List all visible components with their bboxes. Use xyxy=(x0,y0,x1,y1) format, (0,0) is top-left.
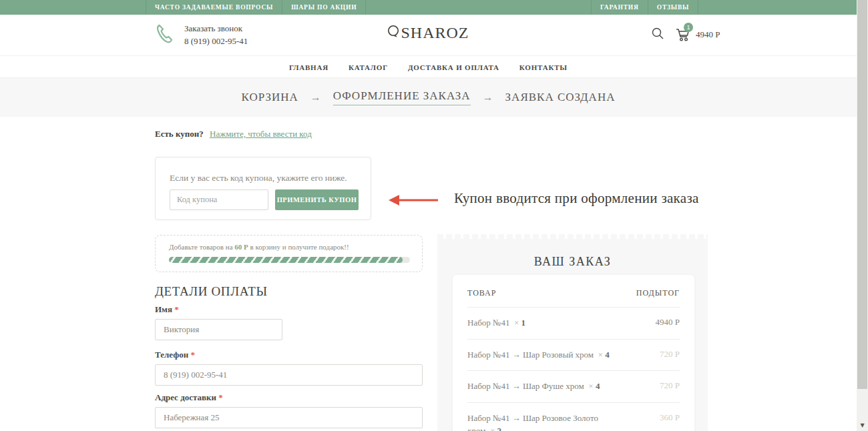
order-item-price: 360 Р xyxy=(660,412,680,423)
top-bar: ЧАСТО ЗАДАВАЕМЫЕ ВОПРОСЫ ШАРЫ ПО АКЦИИ Г… xyxy=(0,0,857,15)
logo-text: SHAROZ xyxy=(401,24,469,41)
topbar-right-links: ГАРАНТИЯ ОТЗЫВЫ xyxy=(591,0,698,15)
scrollbar-thumb[interactable] xyxy=(857,0,867,389)
order-item-row: Набор №41 × 14940 Р xyxy=(467,308,680,340)
phone-label-text: Телефон xyxy=(155,350,188,360)
coupon-code-input[interactable] xyxy=(170,189,268,210)
cart-button[interactable]: 1 4940 Р xyxy=(675,27,720,42)
gift-text-after: в корзину и получите подарок!! xyxy=(248,243,349,251)
site-header: Заказать звонок 8 (919) 002-95-41 SHAROZ xyxy=(0,15,857,56)
apply-coupon-button[interactable]: ПРИМЕНИТЬ КУПОН xyxy=(275,189,359,210)
name-field-label: Имя * xyxy=(155,304,179,315)
address-field-label: Адрес доставки * xyxy=(155,392,223,403)
order-item-row: Набор №41 → Шар Розовый хром × 4720 Р xyxy=(467,340,680,372)
address-label-text: Адрес доставки xyxy=(155,392,216,402)
name-field[interactable] xyxy=(155,319,282,340)
order-item-price: 720 Р xyxy=(660,348,680,360)
annotation-text: Купон вводится при оформлении заказа xyxy=(454,190,699,207)
balloon-icon xyxy=(387,25,400,41)
step-arrow-icon: → xyxy=(310,91,321,103)
gift-progress-fill xyxy=(169,257,403,263)
coupon-prompt-question: Есть купон? xyxy=(155,129,204,139)
phone-field[interactable] xyxy=(155,364,423,386)
order-items: Набор №41 × 14940 РНабор №41 → Шар Розов… xyxy=(467,308,680,431)
order-panel-scalloped-edge xyxy=(437,234,708,239)
order-table-header: ТОВАР ПОДЫТОГ xyxy=(467,275,680,308)
required-asterisk: * xyxy=(190,350,195,360)
search-icon[interactable] xyxy=(651,27,664,43)
order-item-row: Набор №41 → Шар Фуше хром × 4720 Р xyxy=(467,371,680,403)
cart-total: 4940 Р xyxy=(696,29,720,40)
gift-amount: 60 Р xyxy=(234,243,248,251)
nav-item-delivery[interactable]: ДОСТАВКА И ОПЛАТА xyxy=(408,63,499,71)
gift-progress-track xyxy=(169,257,410,263)
logo[interactable]: SHAROZ xyxy=(0,24,857,42)
column-product: ТОВАР xyxy=(467,288,496,298)
required-asterisk: * xyxy=(174,304,179,314)
order-item-name: Набор №41 → Шар Фуше хром × 4 xyxy=(467,380,620,393)
coupon-toggle-link[interactable]: Нажмите, чтобы ввести код xyxy=(210,129,312,139)
order-item-name: Набор №41 → Шар Розовый хром × 4 xyxy=(467,348,620,362)
page-scrollbar[interactable]: ▼ xyxy=(857,0,868,431)
phone-field-label: Телефон * xyxy=(155,350,195,360)
name-label-text: Имя xyxy=(155,304,172,314)
step-order-created: ЗАЯВКА СОЗДАНА xyxy=(505,91,616,104)
step-checkout-current[interactable]: ОФОРМЛЕНИЕ ЗАКАЗА xyxy=(333,89,471,105)
annotation-arrow-icon xyxy=(387,194,439,209)
checkout-page: ЧАСТО ЗАДАВАЕМЫЕ ВОПРОСЫ ШАРЫ ПО АКЦИИ Г… xyxy=(0,0,868,431)
gift-progress-box: Добавьте товаров на 60 Р в корзину и пол… xyxy=(155,235,423,272)
topbar-link-reviews[interactable]: ОТЗЫВЫ xyxy=(648,0,699,15)
topbar-left-links: ЧАСТО ЗАДАВАЕМЫЕ ВОПРОСЫ ШАРЫ ПО АКЦИИ xyxy=(146,0,366,15)
required-asterisk: * xyxy=(218,392,223,402)
nav-item-home[interactable]: ГЛАВНАЯ xyxy=(289,63,329,71)
order-summary-title: ВАШ ЗАКАЗ xyxy=(437,255,708,269)
gift-text-before: Добавьте товаров на xyxy=(169,243,234,251)
topbar-link-sale-balloons[interactable]: ШАРЫ ПО АКЦИИ xyxy=(282,0,366,15)
coupon-form: Если у вас есть код купона, укажите его … xyxy=(155,157,371,220)
order-item-price: 720 Р xyxy=(660,380,680,391)
billing-details-title: ДЕТАЛИ ОПЛАТЫ xyxy=(155,284,268,299)
gift-progress-text: Добавьте товаров на 60 Р в корзину и пол… xyxy=(169,243,349,251)
checkout-steps: КОРЗИНА → ОФОРМЛЕНИЕ ЗАКАЗА → ЗАЯВКА СОЗ… xyxy=(0,78,857,117)
column-subtotal: ПОДЫТОГ xyxy=(636,288,680,298)
order-item-name: Набор №41 × 1 xyxy=(467,316,620,330)
step-arrow-icon: → xyxy=(483,91,493,103)
nav-item-catalog[interactable]: КАТАЛОГ xyxy=(349,63,388,71)
order-item-name: Набор №41 → Шар Розовое Золото хром × 2 xyxy=(467,412,620,431)
topbar-link-warranty[interactable]: ГАРАНТИЯ xyxy=(591,0,648,15)
header-actions: 1 4940 Р xyxy=(651,27,720,43)
nav-item-contacts[interactable]: КОНТАКТЫ xyxy=(519,63,568,71)
order-item-price: 4940 Р xyxy=(656,316,680,328)
coupon-prompt: Есть купон? Нажмите, чтобы ввести код xyxy=(155,129,312,139)
scrollbar-down-arrow[interactable]: ▼ xyxy=(857,420,868,430)
address-field[interactable] xyxy=(155,407,423,428)
order-summary-card: ТОВАР ПОДЫТОГ Набор №41 × 14940 РНабор №… xyxy=(453,275,694,431)
cart-count-badge: 1 xyxy=(684,23,693,32)
main-nav: ГЛАВНАЯ КАТАЛОГ ДОСТАВКА И ОПЛАТА КОНТАК… xyxy=(0,57,857,78)
topbar-link-faq[interactable]: ЧАСТО ЗАДАВАЕМЫЕ ВОПРОСЫ xyxy=(146,0,282,15)
coupon-hint: Если у вас есть код купона, укажите его … xyxy=(170,173,347,183)
step-cart[interactable]: КОРЗИНА xyxy=(242,91,298,104)
order-item-row: Набор №41 → Шар Розовое Золото хром × 23… xyxy=(467,403,680,431)
